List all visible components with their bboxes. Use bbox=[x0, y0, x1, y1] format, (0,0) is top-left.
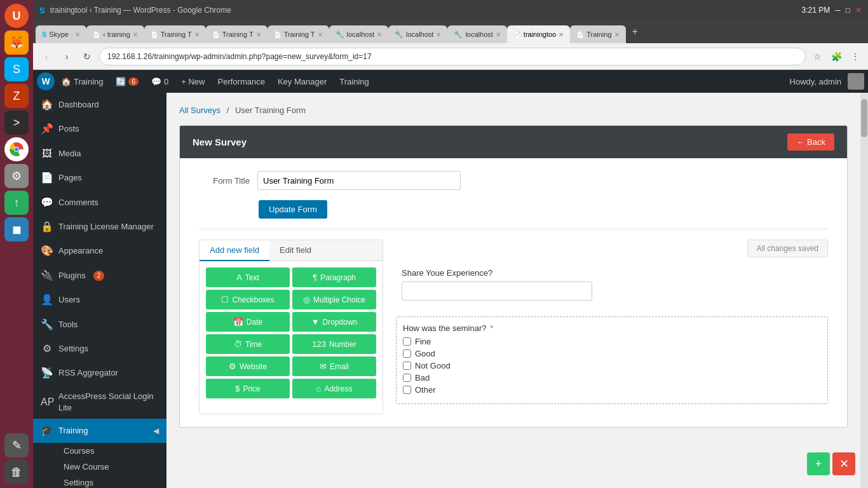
dock-ubuntu[interactable]: U bbox=[4, 4, 29, 28]
sidebar-item-training-license[interactable]: 🔒 Training License Manager bbox=[33, 215, 166, 239]
field-btn-address[interactable]: ⌂ Address bbox=[292, 379, 376, 398]
menu-icon[interactable]: ⋮ bbox=[848, 49, 863, 64]
sidebar-item-rss[interactable]: 📡 RSS Aggregator bbox=[33, 361, 166, 385]
sidebar-item-new-course[interactable]: New Course bbox=[56, 459, 166, 475]
dock-settings[interactable]: ⚙ bbox=[4, 164, 29, 188]
tab-training5[interactable]: 📄 Training ✕ bbox=[570, 25, 625, 43]
field-btn-paragraph[interactable]: ¶ Paragraph bbox=[292, 268, 376, 287]
sidebar-item-settings-sub[interactable]: Settings bbox=[56, 475, 166, 488]
tab-pma2[interactable]: 🔧 localhost ✕ bbox=[388, 25, 447, 43]
admin-bar-updates[interactable]: 🔄 6 bbox=[109, 70, 145, 93]
checkbox-fine[interactable]: Fine bbox=[403, 337, 821, 346]
sidebar-item-posts[interactable]: 📌 Posts bbox=[33, 117, 166, 141]
checkbox-fine-input[interactable] bbox=[403, 337, 411, 346]
checkbox-good[interactable]: Good bbox=[403, 349, 821, 358]
new-tab-btn[interactable]: + bbox=[628, 26, 642, 37]
sidebar-item-training[interactable]: 🎓 Training ◀ bbox=[33, 419, 166, 443]
field-btn-price[interactable]: $ Price bbox=[206, 379, 290, 398]
sidebar-item-comments[interactable]: 💬 Comments bbox=[33, 191, 166, 215]
dock-filezilla[interactable]: Z bbox=[4, 84, 29, 108]
tab-training3[interactable]: 📄 Training T ✕ bbox=[206, 25, 268, 43]
address-field-label: Address bbox=[324, 384, 352, 393]
close-btn[interactable]: ✕ bbox=[855, 6, 862, 15]
admin-bar-key-manager[interactable]: Key Manager bbox=[271, 70, 333, 93]
address-input[interactable] bbox=[99, 48, 806, 65]
dock-skype[interactable]: S bbox=[4, 57, 29, 81]
breadcrumb-all-surveys[interactable]: All Surveys bbox=[179, 105, 220, 115]
admin-avatar[interactable] bbox=[848, 73, 864, 90]
comments-icon: 💬 bbox=[41, 196, 53, 210]
tab-training2[interactable]: 📄 Training T ✕ bbox=[144, 25, 206, 43]
checkbox-not-good[interactable]: Not Good bbox=[403, 361, 821, 370]
dock-up[interactable]: ↑ bbox=[4, 191, 29, 215]
comments-count: 0 bbox=[164, 77, 168, 86]
preview-field-experience[interactable]: Share Youe Experience? bbox=[396, 262, 828, 306]
checkbox-bad[interactable]: Bad bbox=[403, 373, 821, 383]
sidebar-item-users[interactable]: 👤 Users bbox=[33, 288, 166, 312]
all-changes-saved: All changes saved bbox=[747, 240, 828, 257]
preview-field-seminar[interactable]: How was the seminar? * Fine bbox=[396, 316, 828, 404]
field-btn-date[interactable]: 📅 Date bbox=[206, 312, 290, 332]
sidebar-item-plugins[interactable]: 🔌 Plugins 2 bbox=[33, 264, 166, 288]
scrollbar-right[interactable] bbox=[860, 93, 868, 488]
tab-pma1[interactable]: 🔧 localhost ✕ bbox=[329, 25, 388, 43]
sidebar-label-media: Media bbox=[58, 148, 81, 159]
minimize-btn[interactable]: ─ bbox=[835, 6, 841, 15]
back-button[interactable]: ← Back bbox=[787, 133, 834, 151]
forward-nav-btn[interactable]: › bbox=[58, 48, 75, 65]
sidebar-item-pages[interactable]: 📄 Pages bbox=[33, 166, 166, 190]
sidebar-item-appearance[interactable]: 🎨 Appearance bbox=[33, 239, 166, 263]
update-form-button[interactable]: Update Form bbox=[259, 200, 327, 219]
sidebar-item-media[interactable]: 🖼 Media bbox=[33, 142, 166, 166]
field-btn-dropdown[interactable]: ▼ Dropdown bbox=[292, 312, 376, 332]
field-btn-website[interactable]: ⚙ Website bbox=[206, 356, 290, 376]
checkbox-other-input[interactable] bbox=[403, 386, 411, 394]
dock-trash[interactable]: 🗑 bbox=[4, 460, 29, 484]
wp-logo[interactable]: W bbox=[37, 72, 55, 90]
sidebar-item-dashboard[interactable]: 🏠 Dashboard bbox=[33, 93, 166, 117]
admin-bar-new[interactable]: + New bbox=[175, 70, 211, 93]
tab-edit-field[interactable]: Edit field bbox=[269, 240, 322, 261]
sidebar-item-courses[interactable]: Courses bbox=[56, 443, 166, 459]
breadcrumb: All Surveys / User Training Form bbox=[179, 105, 848, 115]
admin-bar-performance[interactable]: Performance bbox=[212, 70, 271, 93]
dock-blue[interactable]: ◼ bbox=[4, 217, 29, 241]
dock-edit[interactable]: ✎ bbox=[4, 433, 29, 458]
dock-terminal[interactable]: > bbox=[4, 111, 29, 135]
checkbox-other-label: Other bbox=[415, 385, 436, 395]
sidebar-item-tools[interactable]: 🔧 Tools bbox=[33, 313, 166, 337]
admin-bar-site[interactable]: 🏠 Training bbox=[55, 70, 109, 93]
field-btn-number[interactable]: 123 Number bbox=[292, 334, 376, 354]
admin-bar-training[interactable]: Training bbox=[333, 70, 375, 93]
fab-remove-button[interactable]: ✕ bbox=[832, 452, 855, 475]
tab-pma3[interactable]: 🔧 localhost ✕ bbox=[447, 25, 506, 43]
form-title-input[interactable] bbox=[257, 171, 461, 190]
tab-training1[interactable]: 📄 ‹ training ✕ bbox=[86, 25, 144, 43]
back-nav-btn[interactable]: ‹ bbox=[38, 48, 55, 65]
experience-input[interactable] bbox=[402, 281, 592, 301]
reload-btn[interactable]: ↻ bbox=[79, 48, 95, 65]
extensions-icon[interactable]: 🧩 bbox=[829, 49, 844, 64]
fab-add-button[interactable]: + bbox=[807, 452, 830, 475]
tab-skype[interactable]: S Skype ✕ bbox=[36, 25, 86, 43]
checkbox-good-input[interactable] bbox=[403, 349, 411, 358]
checkbox-other[interactable]: Other bbox=[403, 385, 821, 395]
checkbox-not-good-input[interactable] bbox=[403, 362, 411, 370]
checkbox-bad-input[interactable] bbox=[403, 374, 411, 382]
scrollbar-thumb[interactable] bbox=[861, 99, 867, 137]
field-btn-text[interactable]: A Text bbox=[206, 268, 290, 287]
maximize-btn[interactable]: □ bbox=[846, 6, 850, 15]
dock-chrome[interactable] bbox=[4, 137, 29, 161]
sidebar-item-settings[interactable]: ⚙ Settings bbox=[33, 337, 166, 361]
tab-trainingtool[interactable]: 📄 trainingtoo ✕ bbox=[507, 25, 570, 43]
admin-bar-comments[interactable]: 💬 0 bbox=[145, 70, 175, 93]
field-btn-multiple-choice[interactable]: ◎ Multiple Choice bbox=[292, 290, 376, 309]
sidebar-item-accesspress[interactable]: AP AccessPress Social Login Lite bbox=[33, 386, 166, 419]
dock-firefox[interactable]: 🦊 bbox=[4, 30, 29, 55]
field-btn-checkboxes[interactable]: ☐ Checkboxes bbox=[206, 290, 290, 309]
tab-add-new-field[interactable]: Add new field bbox=[200, 240, 269, 261]
tab-training4[interactable]: 📄 Training T ✕ bbox=[268, 25, 329, 43]
field-btn-time[interactable]: ⏱ Time bbox=[206, 334, 290, 354]
bookmark-icon[interactable]: ☆ bbox=[810, 49, 825, 64]
field-btn-email[interactable]: ✉ Email bbox=[292, 356, 376, 376]
